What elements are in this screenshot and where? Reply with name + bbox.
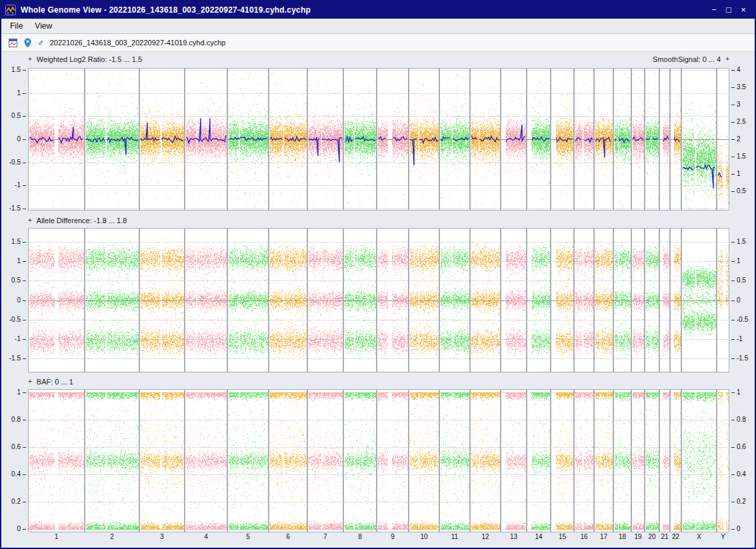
y-tick-label: 0 (731, 297, 741, 304)
y-tick-label: 0.5 (11, 113, 26, 119)
y-tick-label: -1.5 (731, 355, 748, 362)
app-icon (5, 5, 16, 15)
y-tick-label: 0.6 (11, 444, 26, 450)
log2-panel-title: Weighted Log2 Ratio: -1.5 ... 1.5 (37, 55, 142, 63)
y-tick-label: -1.5 (9, 205, 26, 212)
window-title: Whole Genome View - 20221026_143618_003_… (21, 5, 311, 15)
log2-y-axis-left: 1.510.50-0.5-1-1.5 (1, 68, 27, 211)
y-tick-label: 0.2 (11, 498, 26, 505)
log2-y-axis-right: 43.532.521.510.5 (731, 68, 755, 211)
titlebar: Whole Genome View - 20221026_143618_003_… (1, 1, 755, 19)
whole-genome-view-window: Whole Genome View - 20221026_143618_003_… (0, 0, 756, 549)
y-tick-label: 0.2 (731, 498, 746, 505)
chromosome-label: 9 (385, 533, 401, 540)
allele-plot: 1.510.50-0.5-1-1.5 1.510.50-0.5-1-1.5 (1, 228, 755, 372)
y-tick-label: 0 (17, 136, 26, 143)
y-tick-label: 1 (17, 90, 26, 97)
chromosome-label: 22 (668, 533, 684, 540)
content-area: + Weighted Log2 Ratio: -1.5 ... 1.5 Smoo… (1, 52, 755, 548)
chromosome-label: 7 (317, 533, 333, 540)
y-tick-label: -1 (15, 182, 26, 189)
y-tick-label: 0 (17, 297, 26, 304)
minimize-button[interactable]: − (707, 2, 721, 18)
y-tick-label: 3 (731, 101, 741, 108)
baf-plot: 10.80.60.40.20 10.80.60.40.20 (1, 389, 755, 532)
chromosome-label: 14 (531, 533, 547, 540)
y-tick-label: 0.5 (11, 277, 26, 284)
y-tick-label: 0.5 (731, 188, 746, 195)
chromosome-label: 2 (104, 533, 120, 540)
allele-y-axis-left: 1.510.50-0.5-1-1.5 (1, 228, 27, 372)
chromosome-label: 18 (615, 533, 631, 540)
menubar: File View (1, 19, 755, 34)
baf-plot-canvas[interactable] (28, 389, 729, 532)
y-tick-label: 1.5 (731, 153, 746, 160)
chromosome-label: Y (715, 533, 731, 540)
chromosome-label: 16 (576, 533, 592, 540)
chromosome-label: X (691, 533, 707, 540)
baf-panel-title: BAF: 0 ... 1 (37, 378, 73, 386)
y-tick-label: 0.8 (731, 416, 746, 423)
y-tick-label: 0.5 (731, 277, 746, 284)
allele-plot-canvas[interactable] (28, 228, 729, 372)
y-tick-label: 0.4 (731, 471, 746, 478)
chromosome-label: 17 (596, 533, 612, 540)
y-tick-label: 4 (731, 67, 741, 73)
y-tick-label: -0.5 (9, 316, 26, 323)
y-tick-label: 0 (731, 526, 741, 532)
y-tick-label: 0.6 (731, 444, 746, 450)
menu-view[interactable]: View (29, 20, 58, 32)
allele-panel-header: + Allele Difference: -1.8 ... 1.8 (28, 216, 729, 225)
expand-log2-button[interactable]: + (28, 56, 32, 63)
expand-allele-button[interactable]: + (28, 217, 32, 224)
chromosome-label: 5 (240, 533, 256, 540)
y-tick-label: -1 (731, 336, 743, 342)
y-tick-label: 3.5 (731, 84, 746, 91)
y-tick-label: 1.5 (11, 67, 26, 73)
sample-name: 20221026_143618_003_20220927-41019.cyhd.… (50, 39, 226, 47)
chromosome-label: 3 (154, 533, 170, 540)
y-tick-label: 1 (17, 258, 26, 265)
chromosome-axis: 12345678910111213141516171819202122XY (1, 533, 755, 542)
y-tick-label: 2.5 (731, 119, 746, 125)
chromosome-label: 6 (280, 533, 296, 540)
y-tick-label: 1.5 (11, 239, 26, 245)
baf-panel-header: + BAF: 0 ... 1 (28, 377, 729, 386)
log2-plot-canvas[interactable] (28, 68, 729, 211)
toolbar: ♂ 20221026_143618_003_20220927-41019.cyh… (1, 34, 755, 52)
y-tick-label: 1 (17, 389, 26, 396)
allele-y-axis-right: 1.510.50-0.5-1-1.5 (731, 228, 755, 372)
sample-file-icon (8, 38, 18, 48)
baf-y-axis-right: 10.80.60.40.20 (731, 389, 755, 532)
allele-panel-title: Allele Difference: -1.8 ... 1.8 (37, 217, 127, 225)
expand-baf-button[interactable]: + (28, 378, 32, 385)
maximize-button[interactable]: □ (721, 2, 736, 18)
y-tick-label: 1 (731, 258, 741, 265)
y-tick-label: 0.8 (11, 416, 26, 423)
y-tick-label: 1 (731, 389, 741, 396)
chromosome-label: 1 (49, 533, 65, 540)
y-tick-label: -0.5 (731, 316, 748, 323)
y-tick-label: -1.5 (9, 355, 26, 362)
close-button[interactable]: × (736, 2, 751, 18)
log2-plot: 1.510.50-0.5-1-1.5 43.532.521.510.5 (1, 68, 755, 211)
menu-file[interactable]: File (4, 20, 29, 32)
chromosome-label: 4 (198, 533, 214, 540)
chromosome-label: 13 (506, 533, 522, 540)
log2-panel-header: + Weighted Log2 Ratio: -1.5 ... 1.5 Smoo… (28, 55, 729, 64)
smoothsignal-title: SmoothSignal: 0 ... 4 (653, 55, 721, 63)
chromosome-label: 15 (555, 533, 571, 540)
y-tick-label: 0.4 (11, 471, 26, 478)
expand-smoothsignal-button[interactable]: + (725, 56, 729, 63)
chromosome-label: 8 (352, 533, 368, 540)
chromosome-label: 11 (447, 533, 463, 540)
y-tick-label: 1.5 (731, 239, 746, 245)
pin-icon (24, 38, 31, 48)
y-tick-label: 0 (17, 526, 26, 532)
male-symbol: ♂ (37, 38, 44, 48)
y-tick-label: -1 (15, 336, 26, 342)
y-tick-label: -0.5 (9, 159, 26, 166)
y-tick-label: 1 (731, 171, 741, 177)
chromosome-label: 10 (416, 533, 432, 540)
chromosome-label: 12 (477, 533, 493, 540)
